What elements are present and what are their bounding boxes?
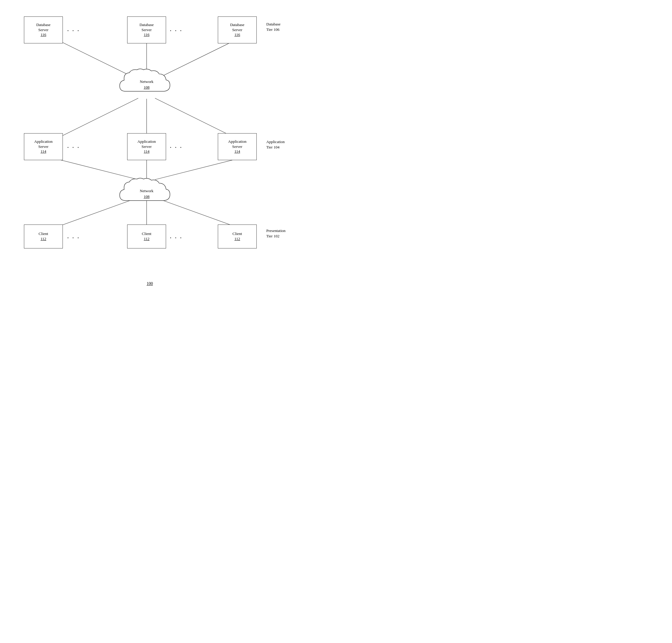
svg-line-3 — [55, 98, 138, 139]
client-left-label: Client — [39, 231, 48, 236]
application-tier-label: ApplicationTier 104 — [266, 139, 285, 150]
app-server-right: ApplicationServer 114 — [218, 133, 257, 160]
client-right-label: Client — [233, 231, 242, 236]
app-server-middle: ApplicationServer 114 — [127, 133, 166, 160]
database-tier-label: DatabaseTier 106 — [266, 22, 281, 32]
app-server-middle-label: ApplicationServer — [137, 139, 155, 149]
app-server-middle-num: 114 — [144, 149, 149, 154]
diagram-ref-num: 100 — [147, 281, 153, 286]
app-server-left-num: 114 — [40, 149, 46, 154]
dots-app-left: . . . — [67, 143, 80, 149]
app-server-right-num: 114 — [234, 149, 240, 154]
network-cloud-bottom-label: Network108 — [140, 188, 153, 199]
db-server-right-label: DatabaseServer — [230, 23, 245, 33]
client-right: Client 112 — [218, 225, 257, 248]
db-server-middle: DatabaseServer 116 — [127, 16, 166, 44]
dots-client-left: . . . — [67, 233, 80, 240]
client-left-num: 112 — [40, 236, 46, 242]
network-cloud-top-label: Network108 — [140, 79, 153, 90]
dots-client-right: . . . — [170, 233, 183, 240]
db-server-right: DatabaseServer 116 — [218, 16, 257, 44]
db-server-left-num: 116 — [40, 32, 46, 37]
client-middle-num: 112 — [144, 236, 149, 242]
dots-app-right: . . . — [170, 143, 183, 149]
client-right-num: 112 — [234, 236, 240, 242]
app-server-right-label: ApplicationServer — [228, 139, 246, 149]
app-server-left-label: ApplicationServer — [34, 139, 52, 149]
presentation-tier-label: PresentationTier 102 — [266, 228, 285, 239]
client-left: Client 112 — [24, 225, 63, 248]
dots-db-left: . . . — [67, 26, 80, 33]
diagram: DatabaseServer 116 DatabaseServer 116 Da… — [0, 0, 336, 322]
dots-db-right: . . . — [170, 26, 183, 33]
client-middle-label: Client — [142, 231, 151, 236]
db-server-middle-num: 116 — [144, 32, 149, 37]
db-server-right-num: 116 — [234, 32, 240, 37]
network-cloud-bottom: Network108 — [117, 177, 176, 211]
client-middle: Client 112 — [127, 225, 166, 248]
network-cloud-top: Network108 — [117, 68, 176, 102]
app-server-left: ApplicationServer 114 — [24, 133, 63, 160]
db-server-middle-label: DatabaseServer — [139, 23, 154, 33]
db-server-left: DatabaseServer 116 — [24, 16, 63, 44]
db-server-left-label: DatabaseServer — [36, 23, 51, 33]
